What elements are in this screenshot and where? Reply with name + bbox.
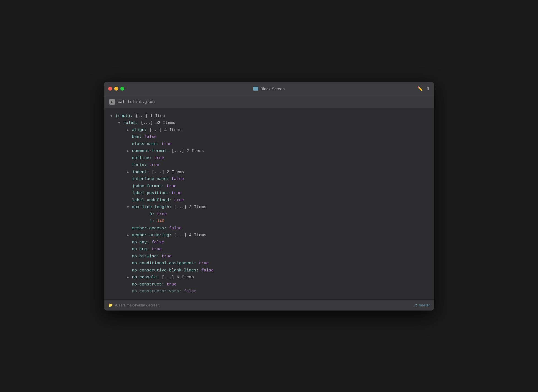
- command-text: cat tslint.json: [118, 100, 155, 104]
- spacer: [127, 197, 132, 204]
- json-space: [152, 155, 154, 162]
- json-bracket: [...]: [149, 169, 167, 176]
- json-space: [181, 288, 184, 295]
- json-value: true: [152, 246, 162, 253]
- json-bracket: [...]: [172, 232, 189, 239]
- json-key: max-line-length:: [132, 204, 172, 211]
- json-key: indent:: [132, 169, 149, 176]
- json-space: [149, 246, 152, 253]
- collapse-icon[interactable]: ▶: [127, 127, 131, 133]
- spacer: [127, 246, 132, 253]
- json-space: [164, 281, 167, 288]
- json-key: no-constructor-vars:: [132, 288, 181, 295]
- json-space: [154, 211, 157, 218]
- json-key: jsdoc-format:: [132, 183, 164, 190]
- json-key: no-bitwise:: [132, 253, 159, 260]
- json-value: false: [201, 267, 214, 274]
- collapse-icon[interactable]: ▶: [127, 275, 131, 280]
- collapse-icon[interactable]: ▶: [127, 148, 131, 154]
- json-space: [199, 267, 201, 274]
- toolbar: ▶ cat tslint.json: [104, 96, 434, 108]
- app-icon: [253, 87, 258, 91]
- spacer: [127, 260, 132, 267]
- collapse-icon[interactable]: ▶: [127, 170, 131, 175]
- branch-name: master: [419, 303, 430, 307]
- close-button[interactable]: [108, 87, 112, 91]
- folder-icon: 📁: [108, 303, 113, 307]
- json-space: [142, 134, 144, 141]
- json-space: [196, 260, 199, 267]
- json-key: comment-format:: [132, 148, 169, 155]
- json-key: (root):: [115, 113, 133, 120]
- edit-icon[interactable]: ✏️: [417, 86, 423, 91]
- json-key: 1:: [150, 218, 154, 225]
- list-item: no-constructor-vars: false: [110, 288, 428, 295]
- json-value: true: [149, 162, 159, 169]
- json-key: label-position:: [132, 190, 169, 197]
- json-space: [159, 141, 162, 148]
- minimize-button[interactable]: [114, 87, 118, 91]
- json-space: [147, 162, 149, 169]
- json-space: [164, 183, 167, 190]
- list-item: ▼ rules: {...} 52 Items: [110, 119, 428, 127]
- statusbar-path: 📁 /Users/me/dev/black-screen/: [108, 303, 161, 307]
- json-output: ▼ (root): {...} 1 Item ▼ rules: {...} 52…: [104, 108, 434, 300]
- json-key: 0:: [150, 211, 154, 218]
- json-count: 1 Item: [150, 113, 165, 120]
- spacer: [127, 239, 132, 246]
- traffic-lights: [108, 87, 124, 91]
- spacer: [127, 162, 132, 169]
- json-value: true: [162, 253, 172, 260]
- spacer: [145, 211, 150, 218]
- list-item: jsdoc-format: true: [110, 183, 428, 190]
- json-value: false: [184, 288, 196, 295]
- json-value: true: [172, 190, 181, 197]
- spacer: [127, 281, 132, 288]
- expand-icon[interactable]: ▼: [127, 205, 131, 210]
- list-item: no-consecutive-blank-lines: false: [110, 267, 428, 274]
- spacer: [127, 225, 132, 232]
- list-item: member-access: false: [110, 225, 428, 232]
- expand-icon[interactable]: ▼: [118, 120, 122, 126]
- list-item: ▶ align: [...] 4 Items: [110, 127, 428, 134]
- up-icon[interactable]: ⬆: [426, 86, 430, 91]
- json-space: [169, 176, 172, 183]
- expand-icon[interactable]: ▼: [110, 113, 114, 119]
- json-value: true: [199, 260, 209, 267]
- list-item: label-position: true: [110, 190, 428, 197]
- json-count: 2 Items: [189, 204, 206, 211]
- list-item: ▼ max-line-length: [...] 2 Items: [110, 204, 428, 211]
- json-key: no-console:: [132, 274, 159, 281]
- list-item: ▶ no-console: [...] 6 Items: [110, 274, 428, 281]
- list-item: ▶ member-ordering: [...] 4 Items: [110, 232, 428, 239]
- list-item: interface-name: false: [110, 176, 428, 183]
- json-value: true: [162, 141, 172, 148]
- json-count: 2 Items: [167, 169, 184, 176]
- json-key: no-arg:: [132, 246, 149, 253]
- list-item: no-conditional-assignment: true: [110, 260, 428, 267]
- json-key: no-conditional-assignment:: [132, 260, 196, 267]
- json-value: false: [172, 176, 184, 183]
- statusbar: 📁 /Users/me/dev/black-screen/ ⎇ master: [104, 300, 434, 311]
- list-item: ▼ (root): {...} 1 Item: [110, 113, 428, 120]
- json-count: 6 Items: [176, 274, 194, 281]
- spacer: [127, 183, 132, 190]
- titlebar-actions: ✏️ ⬆: [417, 86, 430, 91]
- json-key: ban:: [132, 134, 142, 141]
- json-space: [167, 225, 169, 232]
- list-item: no-bitwise: true: [110, 253, 428, 260]
- json-value: true: [154, 155, 164, 162]
- command-prompt: ▶ cat tslint.json: [109, 99, 155, 105]
- list-item: no-arg: true: [110, 246, 428, 253]
- maximize-button[interactable]: [120, 87, 124, 91]
- list-item: ▶ indent: [...] 2 Items: [110, 169, 428, 176]
- json-count: 4 Items: [189, 232, 206, 239]
- spacer: [127, 134, 132, 141]
- spacer: [127, 176, 132, 183]
- list-item: eofline: true: [110, 155, 428, 162]
- json-key: class-name:: [132, 141, 159, 148]
- json-value: false: [144, 134, 157, 141]
- list-item: forin: true: [110, 162, 428, 169]
- collapse-icon[interactable]: ▶: [127, 233, 131, 238]
- json-key: align:: [132, 127, 147, 134]
